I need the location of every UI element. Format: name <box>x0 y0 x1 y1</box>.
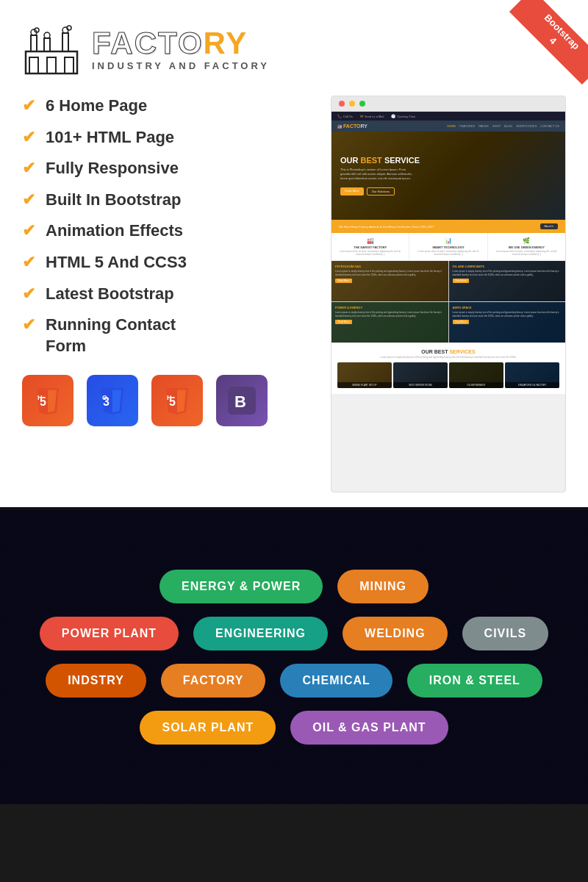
check-icon-3: ✔ <box>22 158 35 179</box>
mini-hero-title: OUR BEST SERVICE <box>340 156 420 165</box>
check-icon-5: ✔ <box>22 220 35 242</box>
mini-thumb-mining: MINING PLANT SET UP <box>337 362 392 388</box>
logo-fac: FACTO <box>92 26 204 60</box>
svg-text:H: H <box>167 394 172 401</box>
feature-item-1: ✔ 6 Home Page <box>22 96 316 117</box>
tech-icon: 📊 <box>414 237 482 244</box>
tag-chemical[interactable]: CHEMICAL <box>280 664 392 698</box>
browser-bar <box>331 96 565 112</box>
logo-ry: RY <box>204 26 248 60</box>
feature-text-8: Running ContactForm <box>46 315 176 356</box>
mini-safety-text: Lorem ipsum dolor sit amet, consectetur … <box>336 250 404 256</box>
mini-service-oil: OIL AND LUBRICANTS Lorem ipsum is simply… <box>449 261 566 301</box>
feature-text-3: Fully Responsive <box>46 158 179 179</box>
check-icon-4: ✔ <box>22 190 35 211</box>
tag-iron-steel[interactable]: IRON & STEEL <box>407 664 542 698</box>
mini-power-btn: Read More <box>335 320 352 324</box>
mini-hero-btn1: Read More <box>340 187 364 196</box>
left-column: ✔ 6 Home Page ✔ 101+ HTML Page ✔ Fully R… <box>22 96 316 492</box>
feature-item-8: ✔ Running ContactForm <box>22 315 316 356</box>
tag-engineering[interactable]: ENGINEERING <box>193 617 328 650</box>
mini-topbar-opening-label: Opening Time <box>397 115 415 118</box>
mini-nav-features: FEATURES <box>459 124 475 128</box>
html5-badge: 5 H <box>22 375 74 426</box>
mini-thumb-server: BEST SERVER ROOM <box>393 362 448 388</box>
feature-list: ✔ 6 Home Page ✔ 101+ HTML Page ✔ Fully R… <box>22 96 316 356</box>
mini-best-services: OUR BEST SERVICES Lorem ipsum is simply … <box>331 343 565 394</box>
tag-factory[interactable]: FACTORY <box>161 664 266 698</box>
feature-item-5: ✔ Animation Effects <box>22 220 316 242</box>
feature-text-4: Built In Bootstrap <box>46 190 182 211</box>
mini-thumb-singapore-label: SINGAPORE OIL FACTORY <box>505 382 559 388</box>
mini-hero-text: OUR BEST SERVICE This is Photoshop's ver… <box>340 156 420 196</box>
mini-oil-text: Lorem ipsum is simply dummy text of the … <box>453 270 562 276</box>
mini-thumb-singapore: SINGAPORE OIL FACTORY <box>505 362 559 388</box>
mini-topbar-opening: 🕐 Opening Time <box>391 114 415 118</box>
mail-icon: ✉ <box>360 114 363 118</box>
tags-row-2: POWER PLANT ENGINEERING WELDING CIVILS <box>40 617 548 650</box>
feature-item-6: ✔ HTML 5 And CCS3 <box>22 252 316 273</box>
mini-best-services-sub: Lorem ipsum is simply dummy text of the … <box>337 356 559 359</box>
preview-wrapper: 📞 Call Us ✉ Send us a Mail 🕐 Opening Tim… <box>331 96 566 492</box>
bootstrap-ribbon: Bootstrap4 <box>500 0 588 88</box>
tag-civils[interactable]: CIVILS <box>462 617 549 650</box>
ribbon-label: Bootstrap4 <box>509 0 588 85</box>
tags-row-3: INDSTRY FACTORY CHEMICAL IRON & STEEL <box>46 664 542 698</box>
tag-welding[interactable]: WELDING <box>343 617 448 650</box>
mini-feature-green: 🌿 WE USE GREEN ENERGY Lorem ipsum dolor … <box>488 233 565 260</box>
mini-power-text: Lorem ipsum is simply dummy text of the … <box>335 311 445 317</box>
mini-nav-shop: SHOP <box>492 124 501 128</box>
tech-icons: 5 H 3 C 5 <box>22 375 316 426</box>
svg-rect-3 <box>65 57 74 74</box>
svg-rect-6 <box>62 33 68 51</box>
factory-logo-icon <box>22 22 81 77</box>
tag-solar-plant[interactable]: SOLAR PLANT <box>140 711 276 745</box>
mini-thumb-oil: OIL REFINEMENT <box>449 362 503 388</box>
tag-power-plant[interactable]: POWER PLANT <box>40 617 179 650</box>
mini-topbar: 📞 Call Us ✉ Send us a Mail 🕐 Opening Tim… <box>331 112 565 121</box>
tag-oil-gas-plant[interactable]: OIL & GAS PLANT <box>290 711 448 745</box>
mini-aero-text: Lorem ipsum is simply dummy text of the … <box>453 311 562 317</box>
tag-mining[interactable]: MINING <box>337 570 429 603</box>
check-icon-2: ✔ <box>22 127 35 148</box>
svg-text:H: H <box>37 394 43 401</box>
mini-services-grid: PETROLEUM GAS Lorem ipsum is simply dumm… <box>331 261 565 343</box>
clock-icon: 🕐 <box>391 114 395 118</box>
mini-green-text: Lorem ipsum dolor sit amet, consectetur … <box>492 250 561 256</box>
svg-rect-4 <box>31 35 37 51</box>
mini-yellow-bar: We Won Many Factory Awards & Got Many Ce… <box>331 220 565 233</box>
mini-features: 🏭 THE SAFEST FACTORY Lorem ipsum dolor s… <box>331 233 565 261</box>
feature-text-1: 6 Home Page <box>46 96 147 117</box>
svg-point-9 <box>44 32 50 38</box>
mini-safety-title: THE SAFEST FACTORY <box>336 245 404 249</box>
mini-petroleum-btn: Read More <box>335 279 352 283</box>
mini-tech-text: Lorem ipsum dolor sit amet, consectetur … <box>414 250 482 256</box>
tags-row-4: SOLAR PLANT OIL & GAS PLANT <box>140 711 448 745</box>
svg-rect-2 <box>47 57 56 74</box>
mini-green-title: WE USE GREEN ENERGY <box>492 245 561 249</box>
check-icon-6: ✔ <box>22 252 35 273</box>
bottom-section: ENERGY & POWER MINING POWER PLANT ENGINE… <box>0 510 588 804</box>
tags-container: ENERGY & POWER MINING POWER PLANT ENGINE… <box>0 540 588 774</box>
tag-indstry[interactable]: INDSTRY <box>46 664 146 698</box>
mini-oil-btn: Read More <box>453 279 470 283</box>
mini-hero-btn2: Our Solutions <box>367 187 395 196</box>
logo-area: FACTORY INDUSTRY AND FACTORY <box>22 22 566 77</box>
feature-text-7: Latest Bootstrap <box>46 284 174 305</box>
mini-hero-subtitle: This is Photoshop's version of Lorem Ips… <box>340 168 414 181</box>
tag-energy-power[interactable]: ENERGY & POWER <box>159 570 323 603</box>
svg-text:B: B <box>234 392 246 411</box>
browser-dot-green <box>359 101 365 107</box>
mini-service-power: POWER & ENERGY Lorem ipsum is simply dum… <box>331 302 448 343</box>
feature-text-5: Animation Effects <box>46 220 183 242</box>
mini-topbar-call: 📞 Call Us <box>337 114 353 118</box>
mini-nav-blog: BLOG <box>504 124 512 128</box>
mini-nav-home: HOME <box>447 124 456 128</box>
mini-nav: 🏭 FACTORY HOME FEATURES PAGES SHOP BLOG … <box>331 121 565 132</box>
mini-nav-shortcodes: SHORTCODES <box>516 124 537 128</box>
check-icon-8: ✔ <box>22 315 35 336</box>
safety-icon: 🏭 <box>336 237 404 244</box>
svg-rect-0 <box>26 51 77 74</box>
mini-topbar-mail: ✉ Send us a Mail <box>360 114 384 118</box>
css3-badge: 3 C <box>87 375 138 426</box>
